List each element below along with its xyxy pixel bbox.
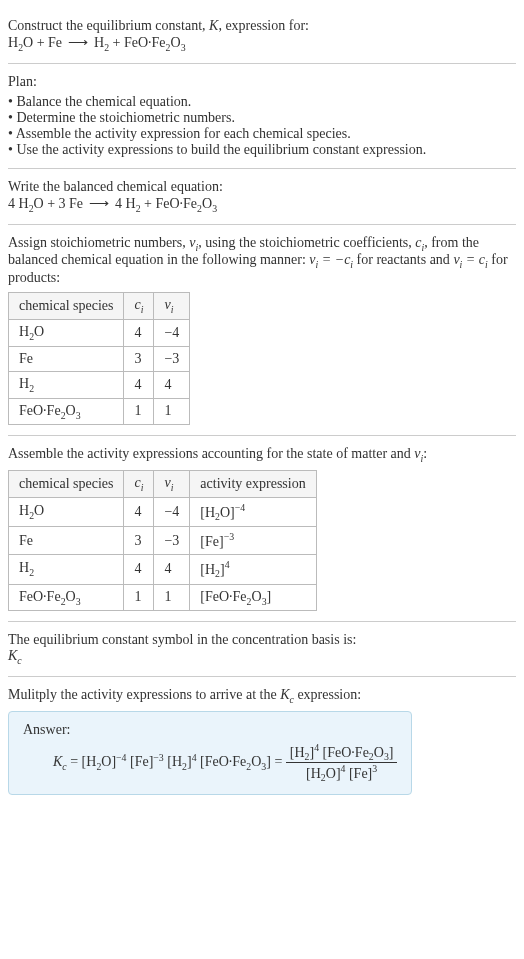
table-header-row: chemical species ci νi activity expressi… <box>9 471 317 498</box>
table-row: H244[H2]4 <box>9 555 317 584</box>
plan-item: Determine the stoichiometric numbers. <box>8 110 516 126</box>
cell-species: Fe <box>9 527 124 555</box>
stoich-t1: Assign stoichiometric numbers, <box>8 235 189 250</box>
plan-item: Assemble the activity expression for eac… <box>8 126 516 142</box>
plan-item: Use the activity expressions to build th… <box>8 142 516 158</box>
cell-species: H2O <box>9 497 124 526</box>
balanced-title: Write the balanced chemical equation: <box>8 179 516 195</box>
col-species: chemical species <box>9 293 124 320</box>
col-ci: ci <box>124 471 154 498</box>
cell-activity: [Fe]−3 <box>190 527 316 555</box>
unbalanced-equation: H2O + Fe⟶H2 + FeO·Fe2O3 <box>8 34 516 53</box>
cell-ci: 3 <box>124 527 154 555</box>
activity-table: chemical species ci νi activity expressi… <box>8 470 317 611</box>
cell-species: Fe <box>9 346 124 371</box>
intro-text-1: Construct the equilibrium constant, <box>8 18 209 33</box>
rel1: νi = −ci <box>309 252 353 267</box>
intro-section: Construct the equilibrium constant, K, e… <box>8 8 516 64</box>
cell-nu: 4 <box>154 371 190 398</box>
col-nu: νi <box>154 471 190 498</box>
activity-text: Assemble the activity expressions accoun… <box>8 446 516 464</box>
plan-item: Balance the chemical equation. <box>8 94 516 110</box>
plan-title: Plan: <box>8 74 516 90</box>
cell-nu: 1 <box>154 584 190 611</box>
cell-species: FeO·Fe2O3 <box>9 584 124 611</box>
table-row: H2O4−4[H2O]−4 <box>9 497 317 526</box>
k-symbol: K <box>209 18 218 33</box>
col-nu: νi <box>154 293 190 320</box>
cell-species: H2 <box>9 371 124 398</box>
table-header-row: chemical species ci νi <box>9 293 190 320</box>
fraction-numerator: [H2]4 [FeO·Fe2O3] <box>286 742 398 763</box>
mult-t1: Mulitply the activity expressions to arr… <box>8 687 280 702</box>
activity-t2: : <box>423 446 427 461</box>
cell-species: H2O <box>9 319 124 346</box>
table-row: Fe3−3 <box>9 346 190 371</box>
table-row: FeO·Fe2O311[FeO·Fe2O3] <box>9 584 317 611</box>
balanced-equation: 4 H2O + 3 Fe⟶4 H2 + FeO·Fe2O3 <box>8 195 516 214</box>
cell-nu: −3 <box>154 346 190 371</box>
table-row: H244 <box>9 371 190 398</box>
stoich-text: Assign stoichiometric numbers, νi, using… <box>8 235 516 287</box>
cell-activity: [H2]4 <box>190 555 316 584</box>
mult-t2: expression: <box>294 687 361 702</box>
nu-i: νi <box>414 446 423 461</box>
activity-t1: Assemble the activity expressions accoun… <box>8 446 414 461</box>
cell-ci: 4 <box>124 497 154 526</box>
answer-box: Answer: Kc = [H2O]−4 [Fe]−3 [H2]4 [FeO·F… <box>8 711 412 795</box>
cell-species: H2 <box>9 555 124 584</box>
col-ci: ci <box>124 293 154 320</box>
col-activity: activity expression <box>190 471 316 498</box>
intro-line: Construct the equilibrium constant, K, e… <box>8 18 516 34</box>
fraction: [H2]4 [FeO·Fe2O3] [H2O]4 [Fe]3 <box>286 742 398 784</box>
cell-ci: 3 <box>124 346 154 371</box>
table-row: Fe3−3[Fe]−3 <box>9 527 317 555</box>
cell-activity: [FeO·Fe2O3] <box>190 584 316 611</box>
activity-section: Assemble the activity expressions accoun… <box>8 436 516 622</box>
cell-nu: 1 <box>154 398 190 425</box>
stoich-section: Assign stoichiometric numbers, νi, using… <box>8 225 516 437</box>
cell-species: FeO·Fe2O3 <box>9 398 124 425</box>
answer-label: Answer: <box>23 722 397 738</box>
cell-ci: 4 <box>124 555 154 584</box>
stoich-t4: for reactants and <box>353 252 453 267</box>
cell-ci: 1 <box>124 584 154 611</box>
fraction-denominator: [H2O]4 [Fe]3 <box>286 763 398 783</box>
cell-nu: −4 <box>154 319 190 346</box>
cell-ci: 1 <box>124 398 154 425</box>
cell-nu: −4 <box>154 497 190 526</box>
cell-nu: −3 <box>154 527 190 555</box>
intro-text-2: , expression for: <box>218 18 309 33</box>
cell-ci: 4 <box>124 319 154 346</box>
cell-nu: 4 <box>154 555 190 584</box>
multiply-section: Mulitply the activity expressions to arr… <box>8 677 516 805</box>
nu-i: νi <box>189 235 198 250</box>
kc-inline: Kc <box>280 687 294 702</box>
plan-section: Plan: Balance the chemical equation. Det… <box>8 64 516 169</box>
cell-activity: [H2O]−4 <box>190 497 316 526</box>
kc-symbol-title: The equilibrium constant symbol in the c… <box>8 632 516 648</box>
table-row: H2O4−4 <box>9 319 190 346</box>
plan-list: Balance the chemical equation. Determine… <box>8 94 516 158</box>
kc-symbol: Kc <box>8 648 516 666</box>
multiply-text: Mulitply the activity expressions to arr… <box>8 687 516 705</box>
stoich-table: chemical species ci νi H2O4−4 Fe3−3 H244… <box>8 292 190 425</box>
col-species: chemical species <box>9 471 124 498</box>
c-i: ci <box>415 235 424 250</box>
stoich-t2: , using the stoichiometric coefficients, <box>198 235 415 250</box>
answer-equation: Kc = [H2O]−4 [Fe]−3 [H2]4 [FeO·Fe2O3] = … <box>53 742 397 784</box>
cell-ci: 4 <box>124 371 154 398</box>
table-row: FeO·Fe2O311 <box>9 398 190 425</box>
balanced-section: Write the balanced chemical equation: 4 … <box>8 169 516 225</box>
kc-symbol-section: The equilibrium constant symbol in the c… <box>8 622 516 677</box>
rel2: νi = ci <box>453 252 487 267</box>
